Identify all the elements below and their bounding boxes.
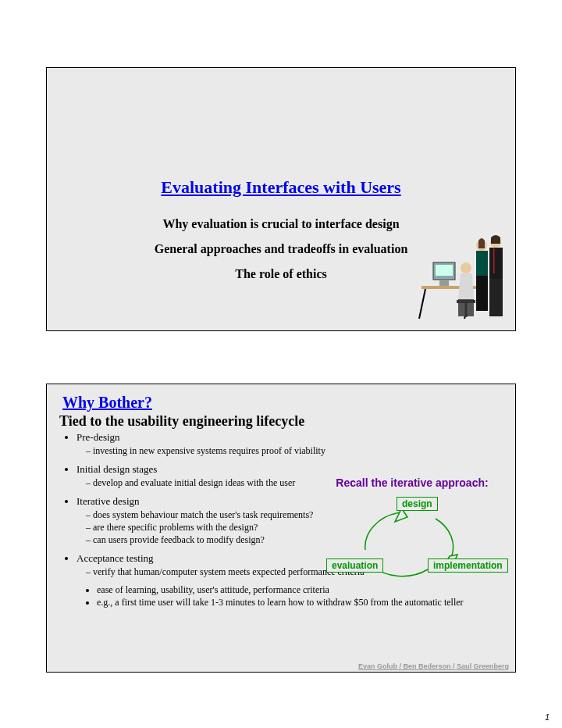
iterative-label: Iterative design	[76, 495, 342, 508]
iterative-item1: does system behaviour match the user's t…	[86, 509, 342, 521]
iterative-diagram: Recall the iterative approach: design ev…	[318, 476, 506, 492]
predesign-section: Pre-design investing in new expensive sy…	[59, 431, 503, 457]
diagram-caption: Recall the iterative approach:	[318, 476, 506, 489]
acceptance-item3: e.g., a first time user will take 1-3 mi…	[97, 597, 503, 608]
svg-rect-8	[457, 300, 475, 303]
svg-line-1	[419, 289, 425, 319]
predesign-item: investing in new expensive systems requi…	[86, 445, 503, 457]
iterative-section: Iterative design does system behaviour m…	[59, 495, 342, 546]
svg-rect-4	[436, 265, 453, 276]
svg-rect-16	[489, 279, 503, 316]
iterative-item2: are there specific problems with the des…	[86, 522, 342, 534]
svg-rect-11	[476, 251, 488, 276]
slide-1: Evaluating Interfaces with Users Why eva…	[46, 67, 516, 331]
slide2-subtitle: Tied to the usability engineering lifecy…	[59, 413, 503, 430]
people-computer-illustration	[418, 225, 507, 323]
slide-2: Why Bother? Tied to the usability engine…	[46, 384, 516, 673]
diagram-design-box: design	[397, 497, 438, 511]
iterative-item3: can users provide feedback to modify des…	[86, 534, 342, 546]
initial-item: develop and evaluate initial design idea…	[86, 477, 334, 489]
initial-section: Initial design stages develop and evalua…	[59, 463, 334, 489]
initial-label: Initial design stages	[76, 463, 334, 476]
svg-rect-5	[439, 280, 449, 286]
svg-rect-14	[489, 248, 503, 279]
diagram-evaluation-box: evaluation	[326, 558, 383, 573]
diagram-implementation-box: implementation	[428, 558, 508, 573]
svg-rect-12	[476, 276, 488, 311]
slide2-title: Why Bother?	[62, 394, 503, 412]
page-number: 1	[545, 712, 550, 722]
svg-point-6	[461, 262, 471, 273]
svg-rect-15	[493, 248, 495, 273]
slide1-title: Evaluating Interfaces with Users	[47, 177, 515, 198]
acceptance-item2: ease of learning, usability, user's atti…	[97, 584, 503, 596]
predesign-label: Pre-design	[76, 431, 503, 444]
credit-line: Evan Golub / Ben Bederson / Saul Greenbe…	[358, 662, 509, 670]
